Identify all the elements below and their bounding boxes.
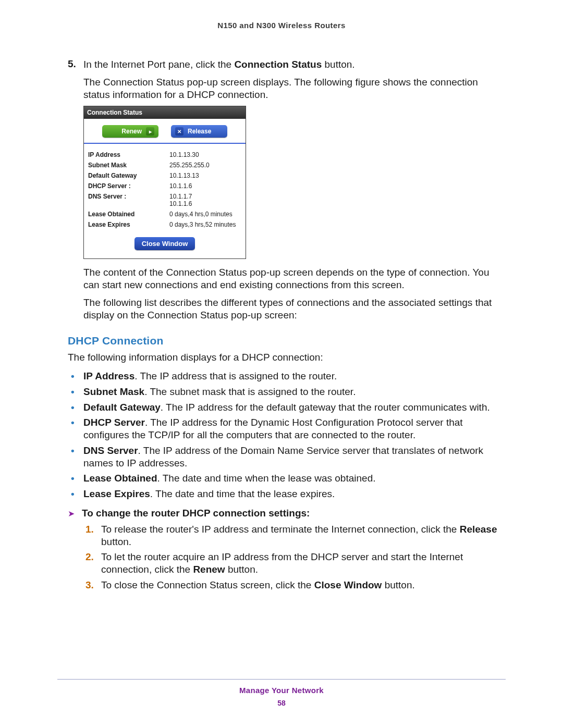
lease-expires-value: 0 days,3 hrs,52 minutes — [165, 219, 246, 230]
field-desc: . The date and time that the lease expir… — [150, 488, 335, 499]
field-name: IP Address — [83, 371, 134, 381]
list-item: Lease Expires. The date and time that th… — [68, 488, 506, 500]
ip-value: 10.1.13.30 — [165, 144, 246, 160]
list-item: DHCP Server. The IP address for the Dyna… — [68, 416, 506, 441]
list-item: Lease Obtained. The date and time when t… — [68, 472, 506, 485]
list-item: DNS Server. The IP address of the Domain… — [68, 445, 506, 470]
step-post: button. — [322, 59, 354, 70]
list-item: To close the Connection Status screen, c… — [85, 579, 506, 591]
dns-label: DNS Server : — [84, 191, 165, 209]
field-name: Default Gateway — [83, 402, 161, 413]
field-name: DHCP Server — [83, 417, 145, 428]
paragraph-after-figure: The content of the Connection Status pop… — [83, 266, 506, 291]
table-row: IP Address 10.1.13.30 — [84, 144, 246, 160]
list-item: Default Gateway. The IP address for the … — [68, 401, 506, 414]
subnet-value: 255.255.255.0 — [165, 160, 246, 170]
dns2: 10.1.1.6 — [169, 200, 192, 207]
field-desc: . The IP address that is assigned to the… — [134, 371, 337, 381]
renew-label: Renew — [121, 128, 142, 135]
step-5: 5. In the Internet Port pane, click the … — [68, 58, 506, 71]
field-desc: . The date and time when the lease was o… — [157, 473, 376, 484]
release-button[interactable]: ✕ Release — [171, 125, 227, 138]
lease-obtained-label: Lease Obtained — [84, 209, 165, 219]
step-bold: Renew — [193, 564, 225, 575]
lease-expires-label: Lease Expires — [84, 219, 165, 230]
page-header: N150 and N300 Wireless Routers — [57, 21, 506, 30]
dhcp-fields-list: IP Address. The IP address that is assig… — [68, 370, 506, 500]
paragraph-types: The following list describes the differe… — [83, 297, 506, 322]
field-desc: . The subnet mask that is assigned to th… — [144, 386, 356, 397]
step-post: button. — [382, 579, 414, 590]
release-label: Release — [188, 128, 211, 135]
step-text: In the Internet Port pane, click the Con… — [83, 58, 506, 71]
play-icon: ▸ — [146, 127, 154, 135]
step-pre: To release the router's IP address and t… — [101, 524, 460, 535]
gateway-value: 10.1.13.13 — [165, 170, 246, 181]
table-row: Lease Obtained 0 days,4 hrs,0 minutes — [84, 209, 246, 219]
dhcp-value: 10.1.1.6 — [165, 181, 246, 191]
dhcp-connection-heading: DHCP Connection — [68, 335, 506, 347]
step-bold: Connection Status — [234, 59, 322, 70]
list-item: To let the router acquire an IP address … — [85, 551, 506, 576]
after-step-paragraph: The Connection Status pop-up screen disp… — [83, 76, 506, 101]
list-item: IP Address. The IP address that is assig… — [68, 370, 506, 382]
step-bold: Release — [460, 524, 497, 535]
close-icon: ✕ — [175, 127, 183, 135]
gateway-label: Default Gateway — [84, 170, 165, 181]
dhcp-intro: The following information displays for a… — [68, 351, 506, 364]
field-name: Lease Obtained — [83, 473, 157, 484]
table-row: DNS Server : 10.1.1.7 10.1.1.6 — [84, 191, 246, 209]
list-item: To release the router's IP address and t… — [85, 523, 506, 548]
close-window-button[interactable]: Close Window — [134, 237, 195, 250]
step-post: button. — [225, 564, 258, 575]
footer-section: Manage Your Network — [57, 686, 506, 695]
subnet-label: Subnet Mask — [84, 160, 165, 170]
step-number: 5. — [68, 58, 83, 71]
page-number: 58 — [57, 699, 506, 707]
table-row: Lease Expires 0 days,3 hrs,52 minutes — [84, 219, 246, 230]
table-row: Default Gateway 10.1.13.13 — [84, 170, 246, 181]
step-pre: To close the Connection Status screen, c… — [101, 579, 314, 590]
dns1: 10.1.1.7 — [169, 193, 192, 200]
lease-obtained-value: 0 days,4 hrs,0 minutes — [165, 209, 246, 219]
step-pre: In the Internet Port pane, click the — [83, 59, 234, 70]
ip-label: IP Address — [84, 144, 165, 160]
procedure-steps: To release the router's IP address and t… — [68, 523, 506, 591]
field-desc: . The IP address for the default gateway… — [161, 402, 490, 413]
step-post: button. — [101, 536, 131, 547]
table-row: Subnet Mask 255.255.255.0 — [84, 160, 246, 170]
dns-value: 10.1.1.7 10.1.1.6 — [165, 191, 246, 209]
dhcp-label: DHCP Server : — [84, 181, 165, 191]
field-desc: . The IP address of the Domain Name Serv… — [83, 445, 483, 468]
table-row: DHCP Server : 10.1.1.6 — [84, 181, 246, 191]
connection-status-window: Connection Status Renew ▸ ✕ Release IP A… — [83, 106, 246, 259]
step-bold: Close Window — [314, 579, 382, 590]
list-item: Subnet Mask. The subnet mask that is ass… — [68, 386, 506, 398]
procedure-title: To change the router DHCP connection set… — [82, 508, 310, 519]
field-name: Lease Expires — [83, 488, 150, 499]
procedure-heading: ➤ To change the router DHCP connection s… — [68, 508, 506, 519]
window-title: Connection Status — [84, 106, 246, 119]
renew-button[interactable]: Renew ▸ — [102, 125, 158, 138]
chevron-right-icon: ➤ — [68, 509, 75, 519]
page-footer: Manage Your Network 58 — [57, 679, 506, 707]
field-name: Subnet Mask — [83, 386, 144, 397]
status-table: IP Address 10.1.13.30 Subnet Mask 255.25… — [84, 144, 246, 230]
step-pre: To let the router acquire an IP address … — [101, 551, 463, 575]
field-name: DNS Server — [83, 445, 138, 456]
